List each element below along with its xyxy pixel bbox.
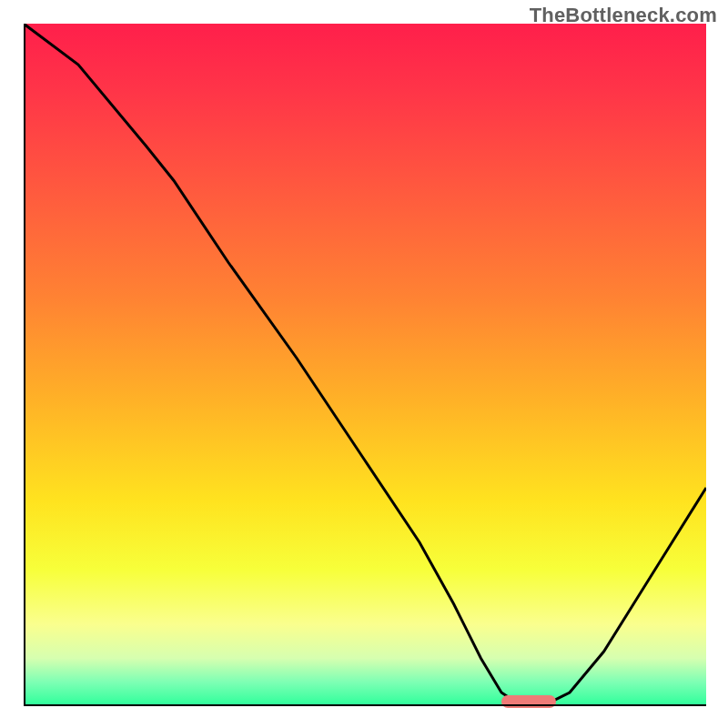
watermark-text: TheBottleneck.com (530, 4, 717, 27)
axes (24, 24, 706, 706)
chart-area (24, 24, 706, 706)
